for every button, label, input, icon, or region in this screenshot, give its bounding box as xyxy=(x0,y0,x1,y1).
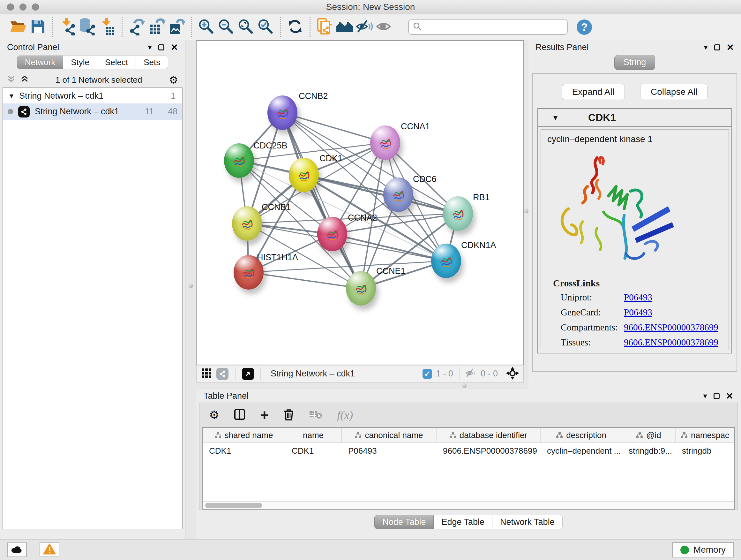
tab-sets[interactable]: Sets xyxy=(136,56,168,69)
cell-name[interactable]: CDK1 xyxy=(285,446,342,456)
network-node-rb1[interactable] xyxy=(443,196,473,231)
section-expander-icon[interactable]: ▾ xyxy=(553,113,557,123)
cell-database-identifier[interactable]: 9606.ENSP00000378699 xyxy=(436,446,541,456)
network-node-ccna1[interactable] xyxy=(370,125,400,160)
cloud-button[interactable] xyxy=(7,543,27,557)
left-splitter[interactable] xyxy=(185,40,196,539)
warning-button[interactable] xyxy=(40,543,59,557)
splitter-handle[interactable] xyxy=(189,284,193,288)
collapse-all-button[interactable]: Collapse All xyxy=(640,84,708,100)
window-close-button[interactable] xyxy=(7,3,14,10)
tab-network-table[interactable]: Network Table xyxy=(492,515,562,529)
import-network-file-button[interactable] xyxy=(58,17,77,37)
tab-node-table[interactable]: Node Table xyxy=(374,515,434,529)
horizontal-splitter[interactable] xyxy=(196,382,524,389)
memory-button[interactable]: Memory xyxy=(672,542,734,557)
zoom-out-button[interactable] xyxy=(216,17,236,37)
import-network-database-button[interactable] xyxy=(77,17,97,37)
network-options-gear-icon[interactable]: ⚙ xyxy=(169,74,178,86)
window-minimize-button[interactable] xyxy=(19,3,26,10)
network-node-cdk1[interactable] xyxy=(289,158,319,192)
right-splitter[interactable] xyxy=(524,40,529,389)
cell-canonical-name[interactable]: P06493 xyxy=(342,446,436,456)
search-input[interactable] xyxy=(425,22,563,32)
function-builder-icon[interactable]: f(x) xyxy=(337,408,353,422)
column-header[interactable]: canonical name xyxy=(342,428,436,442)
table-horizontal-scrollbar[interactable] xyxy=(203,501,734,509)
network-canvas[interactable]: CCNB2CCNA1CDC25BCDK1CDC6RB1CCNB1CCNA2CDK… xyxy=(196,40,524,365)
expand-all-tree-icon[interactable] xyxy=(20,75,29,85)
panel-float-icon[interactable] xyxy=(158,44,164,51)
panel-collapse-icon[interactable]: ▾ xyxy=(148,43,152,52)
crosslink-link[interactable]: 9606.ENSP00000378699 xyxy=(624,337,718,348)
show-all-button[interactable] xyxy=(374,17,394,37)
add-column-icon[interactable]: + xyxy=(260,409,269,421)
open-session-button[interactable] xyxy=(8,17,28,37)
column-header[interactable]: name xyxy=(285,428,342,442)
tab-network[interactable]: Network xyxy=(17,56,63,69)
network-node-ccnb2[interactable] xyxy=(267,96,297,130)
column-header[interactable]: @id xyxy=(622,428,676,442)
export-table-button[interactable] xyxy=(147,17,166,37)
panel-collapse-icon[interactable]: ▾ xyxy=(704,43,708,52)
zoom-fit-button[interactable] xyxy=(236,17,256,37)
copy-network-button[interactable] xyxy=(315,17,335,37)
network-node-cdc6[interactable] xyxy=(383,178,413,212)
collection-expander-icon[interactable]: ▾ xyxy=(10,91,13,100)
delete-table-icon[interactable] xyxy=(309,410,322,421)
export-image-button[interactable] xyxy=(166,17,186,37)
panel-collapse-icon[interactable]: ▾ xyxy=(703,391,707,400)
network-row[interactable]: String Network – cdk1 11 48 xyxy=(3,104,182,120)
open-in-window-icon[interactable] xyxy=(242,368,254,380)
zoom-in-button[interactable] xyxy=(196,17,216,37)
hide-selected-button[interactable] xyxy=(354,17,374,37)
birds-eye-network-icon[interactable] xyxy=(216,368,228,380)
import-table-file-button[interactable] xyxy=(97,17,117,37)
export-network-button[interactable] xyxy=(127,17,147,37)
panel-float-icon[interactable] xyxy=(714,44,720,51)
crosslink-link[interactable]: 9606.ENSP00000378699 xyxy=(624,322,718,333)
zoom-selected-button[interactable] xyxy=(256,17,275,37)
crosslink-link[interactable]: P06493 xyxy=(624,307,652,318)
save-session-button[interactable] xyxy=(28,17,48,37)
cell-namespace[interactable]: stringdb xyxy=(676,446,734,456)
selected-count-checkbox[interactable]: ✓ xyxy=(422,369,432,379)
expand-all-button[interactable]: Expand All xyxy=(562,84,625,100)
help-button[interactable]: ? xyxy=(577,19,592,35)
panel-close-icon[interactable]: ✕ xyxy=(171,42,178,53)
crosslink-link[interactable]: P06493 xyxy=(624,292,652,303)
network-node-cdkn1a[interactable] xyxy=(431,244,461,278)
network-node-ccne1[interactable] xyxy=(346,271,376,306)
table-row[interactable]: CDK1 CDK1 P06493 9606.ENSP00000378699 cy… xyxy=(203,443,734,458)
window-zoom-button[interactable] xyxy=(32,3,39,10)
refresh-button[interactable] xyxy=(285,17,305,37)
tab-style[interactable]: Style xyxy=(63,56,97,69)
network-node-cdc25b[interactable] xyxy=(224,143,254,178)
splitter-handle[interactable] xyxy=(462,383,467,388)
cell-id[interactable]: stringdb:9... xyxy=(622,446,676,456)
navigator-grid-icon[interactable] xyxy=(201,368,212,380)
houses-button[interactable] xyxy=(335,17,354,37)
table-options-gear-icon[interactable]: ⚙ xyxy=(209,408,219,422)
collapse-all-tree-icon[interactable] xyxy=(7,75,15,85)
network-node-ccna2[interactable] xyxy=(317,217,347,251)
tab-string[interactable]: String xyxy=(614,55,656,70)
column-header[interactable]: shared name xyxy=(203,428,285,442)
column-header[interactable]: description xyxy=(541,428,622,442)
panel-close-icon[interactable]: ✕ xyxy=(726,391,733,401)
network-node-ccnb1[interactable] xyxy=(232,206,262,241)
network-collection-row[interactable]: ▾ String Network – cdk1 1 xyxy=(3,88,182,104)
tab-edge-table[interactable]: Edge Table xyxy=(434,515,492,529)
gene-section-header[interactable]: ▾ CDK1 xyxy=(538,109,731,127)
scrollbar-thumb[interactable] xyxy=(205,503,262,508)
crosshair-icon[interactable] xyxy=(506,367,519,381)
cell-shared-name[interactable]: CDK1 xyxy=(203,446,285,456)
splitter-handle[interactable] xyxy=(524,209,529,213)
panel-close-icon[interactable]: ✕ xyxy=(727,42,734,53)
column-header[interactable]: namespac xyxy=(676,428,734,442)
delete-column-trash-icon[interactable] xyxy=(283,408,294,422)
tab-select[interactable]: Select xyxy=(97,56,136,69)
show-columns-icon[interactable] xyxy=(234,409,246,422)
panel-float-icon[interactable] xyxy=(714,393,720,399)
column-header[interactable]: database identifier xyxy=(436,428,541,442)
